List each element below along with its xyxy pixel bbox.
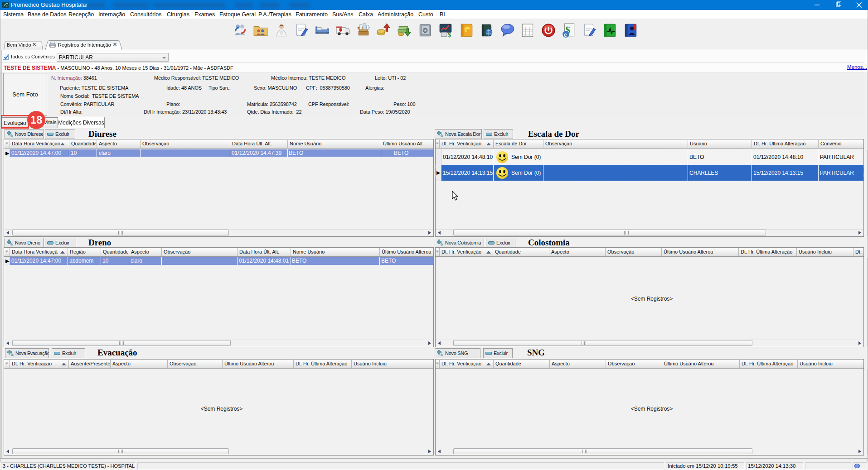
svg-text:e: e [564, 31, 567, 38]
svg-text:$: $ [448, 32, 451, 38]
